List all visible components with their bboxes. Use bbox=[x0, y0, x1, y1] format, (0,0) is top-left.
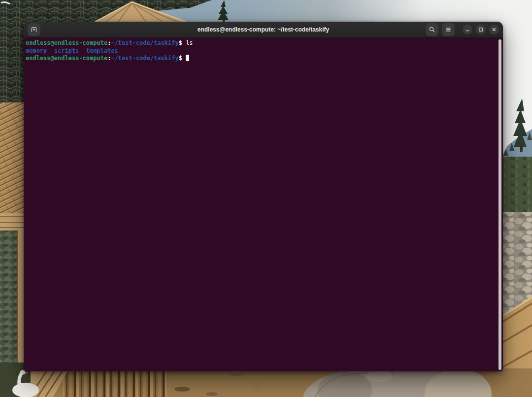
window-title: endless@endless-compute: ~/test-code/tas… bbox=[198, 26, 329, 33]
menu-button[interactable] bbox=[442, 23, 455, 36]
search-button[interactable] bbox=[426, 23, 438, 36]
search-icon bbox=[429, 26, 435, 33]
prompt-path: ~/test-code/taskify bbox=[111, 55, 178, 62]
titlebar[interactable]: endless@endless-compute: ~/test-code/tas… bbox=[24, 22, 503, 38]
command-text: ls bbox=[186, 39, 193, 46]
plank-stack bbox=[0, 102, 26, 221]
scree-slope bbox=[499, 212, 532, 310]
close-button[interactable] bbox=[489, 25, 499, 34]
white-bird-figure bbox=[12, 383, 39, 397]
directory-name: memory bbox=[26, 47, 47, 54]
terminal-prompt-line: endless@endless-compute:~/test-code/task… bbox=[26, 55, 501, 63]
terminal-screen[interactable]: endless@endless-compute:~/test-code/task… bbox=[24, 38, 503, 371]
directory-name: scripts bbox=[54, 47, 79, 54]
terminal-output-line: memoryscriptstemplates bbox=[26, 47, 501, 55]
close-icon bbox=[492, 27, 497, 32]
directory-name: templates bbox=[86, 47, 118, 54]
new-tab-icon bbox=[31, 26, 37, 33]
maximize-icon bbox=[478, 27, 483, 32]
terminal-window: endless@endless-compute: ~/test-code/tas… bbox=[24, 22, 503, 371]
minimize-icon bbox=[465, 27, 470, 32]
prompt-dollar: $ bbox=[179, 55, 182, 62]
minimize-button[interactable] bbox=[463, 25, 472, 34]
terminal-cursor bbox=[186, 55, 189, 61]
terminal-prompt-line: endless@endless-compute:~/test-code/task… bbox=[26, 39, 501, 47]
maximize-button[interactable] bbox=[476, 25, 486, 34]
new-tab-button[interactable] bbox=[28, 23, 40, 36]
prompt-path: ~/test-code/taskify bbox=[111, 39, 178, 46]
scrollbar-track[interactable] bbox=[498, 39, 502, 370]
hamburger-menu-icon bbox=[445, 26, 452, 33]
prompt-dollar: $ bbox=[179, 39, 182, 46]
prompt-user-host: endless@endless-compute bbox=[26, 55, 107, 62]
desktop: endless@endless-compute: ~/test-code/tas… bbox=[0, 0, 532, 397]
window-controls bbox=[426, 23, 499, 36]
scrollbar-thumb[interactable] bbox=[499, 39, 501, 370]
prompt-user-host: endless@endless-compute bbox=[26, 39, 107, 46]
